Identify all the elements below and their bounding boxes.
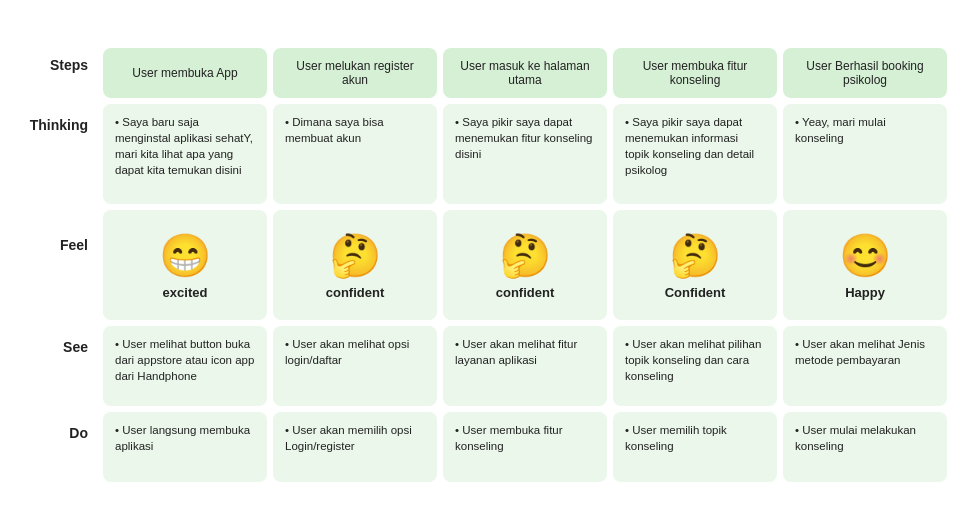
thinking-2: Dimana saya bisa membuat akun bbox=[273, 104, 437, 204]
thinking-3-text: Saya pikir saya dapat menemukan fitur ko… bbox=[455, 114, 595, 162]
feel-2-label: confident bbox=[326, 285, 385, 300]
step-3-text: User masuk ke halaman utama bbox=[453, 59, 597, 87]
do-5: User mulai melakukan konseling bbox=[783, 412, 947, 482]
feel-3: 🤔 confident bbox=[443, 210, 607, 320]
feel-3-label: confident bbox=[496, 285, 555, 300]
step-1: User membuka App bbox=[103, 48, 267, 98]
see-5-text: User akan melihat Jenis metode pembayara… bbox=[795, 336, 935, 368]
feel-5-emoji: 😊 bbox=[839, 235, 891, 277]
do-2: User akan memilih opsi Login/register bbox=[273, 412, 437, 482]
thinking-label: Thinking bbox=[10, 101, 100, 207]
do-2-text: User akan memilih opsi Login/register bbox=[285, 422, 425, 454]
see-4: User akan melihat pilihan topik konselin… bbox=[613, 326, 777, 406]
feel-2: 🤔 confident bbox=[273, 210, 437, 320]
see-4-text: User akan melihat pilihan topik konselin… bbox=[625, 336, 765, 384]
step-4-text: User membuka fitur konseling bbox=[623, 59, 767, 87]
feel-4: 🤔 Confident bbox=[613, 210, 777, 320]
step-4: User membuka fitur konseling bbox=[613, 48, 777, 98]
feel-label: Feel bbox=[10, 207, 100, 323]
see-label: See bbox=[10, 323, 100, 409]
feel-2-emoji: 🤔 bbox=[329, 235, 381, 277]
feel-4-label: Confident bbox=[665, 285, 726, 300]
see-3: User akan melihat fitur layanan aplikasi bbox=[443, 326, 607, 406]
step-3: User masuk ke halaman utama bbox=[443, 48, 607, 98]
steps-label: Steps bbox=[10, 45, 100, 101]
step-5: User Berhasil booking psikolog bbox=[783, 48, 947, 98]
thinking-2-text: Dimana saya bisa membuat akun bbox=[285, 114, 425, 146]
do-4: User memilih topik konseling bbox=[613, 412, 777, 482]
see-2: User akan melihat opsi login/daftar bbox=[273, 326, 437, 406]
feel-4-emoji: 🤔 bbox=[669, 235, 721, 277]
do-4-text: User memilih topik konseling bbox=[625, 422, 765, 454]
do-3-text: User membuka fitur konseling bbox=[455, 422, 595, 454]
see-1: User melihat button buka dari appstore a… bbox=[103, 326, 267, 406]
do-label-text: Do bbox=[69, 425, 88, 441]
do-1: User langsung membuka aplikasi bbox=[103, 412, 267, 482]
feel-1-label: excited bbox=[163, 285, 208, 300]
thinking-4-text: Saya pikir saya dapat menemukan informas… bbox=[625, 114, 765, 178]
thinking-1: Saya baru saja menginstal aplikasi sehat… bbox=[103, 104, 267, 204]
feel-3-emoji: 🤔 bbox=[499, 235, 551, 277]
do-1-text: User langsung membuka aplikasi bbox=[115, 422, 255, 454]
steps-label-text: Steps bbox=[50, 57, 88, 73]
step-1-text: User membuka App bbox=[132, 66, 237, 80]
do-3: User membuka fitur konseling bbox=[443, 412, 607, 482]
feel-5-label: Happy bbox=[845, 285, 885, 300]
feel-1: 😁 excited bbox=[103, 210, 267, 320]
see-2-text: User akan melihat opsi login/daftar bbox=[285, 336, 425, 368]
thinking-1-text: Saya baru saja menginstal aplikasi sehat… bbox=[115, 114, 255, 178]
thinking-4: Saya pikir saya dapat menemukan informas… bbox=[613, 104, 777, 204]
see-1-text: User melihat button buka dari appstore a… bbox=[115, 336, 255, 384]
journey-map: Steps User membuka App User melukan regi… bbox=[10, 45, 950, 485]
see-3-text: User akan melihat fitur layanan aplikasi bbox=[455, 336, 595, 368]
thinking-5: Yeay, mari mulai konseling bbox=[783, 104, 947, 204]
do-5-text: User mulai melakukan konseling bbox=[795, 422, 935, 454]
do-label: Do bbox=[10, 409, 100, 485]
thinking-3: Saya pikir saya dapat menemukan fitur ko… bbox=[443, 104, 607, 204]
see-5: User akan melihat Jenis metode pembayara… bbox=[783, 326, 947, 406]
feel-5: 😊 Happy bbox=[783, 210, 947, 320]
thinking-5-text: Yeay, mari mulai konseling bbox=[795, 114, 935, 146]
thinking-label-text: Thinking bbox=[30, 117, 88, 133]
step-5-text: User Berhasil booking psikolog bbox=[793, 59, 937, 87]
step-2-text: User melukan register akun bbox=[283, 59, 427, 87]
step-2: User melukan register akun bbox=[273, 48, 437, 98]
feel-label-text: Feel bbox=[60, 237, 88, 253]
see-label-text: See bbox=[63, 339, 88, 355]
feel-1-emoji: 😁 bbox=[159, 235, 211, 277]
